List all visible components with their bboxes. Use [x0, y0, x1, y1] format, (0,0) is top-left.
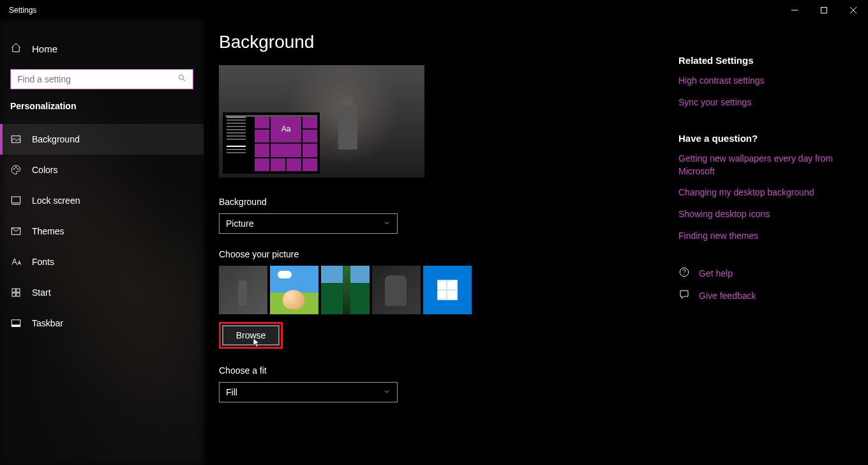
- minimize-button[interactable]: [780, 0, 809, 20]
- preview-sample-text: Aa: [271, 115, 301, 142]
- sidebar-item-label: Lock screen: [32, 195, 80, 206]
- svg-rect-13: [12, 289, 15, 292]
- svg-point-7: [13, 169, 15, 170]
- svg-point-4: [179, 75, 183, 79]
- window-title: Settings: [9, 6, 36, 15]
- picture-thumb-4[interactable]: [372, 266, 421, 314]
- browse-button[interactable]: Browse: [222, 325, 280, 346]
- sidebar-item-background[interactable]: Background: [0, 124, 204, 155]
- svg-rect-16: [17, 293, 20, 296]
- fit-label: Choose a fit: [219, 365, 678, 376]
- related-settings-heading: Related Settings: [678, 55, 857, 66]
- question-heading: Have a question?: [678, 133, 857, 144]
- sidebar-nav: Background Colors Lock screen Themes Fon…: [0, 124, 204, 339]
- background-dropdown-value: Picture: [226, 218, 254, 229]
- fit-dropdown-value: Fill: [226, 387, 237, 397]
- link-desktop-icons[interactable]: Showing desktop icons: [678, 208, 857, 221]
- palette-icon: [10, 164, 22, 176]
- svg-rect-15: [12, 293, 15, 296]
- search-input-wrapper[interactable]: [10, 69, 193, 89]
- link-change-bg[interactable]: Changing my desktop background: [678, 187, 857, 199]
- browse-highlight: Browse: [219, 322, 283, 349]
- help-icon: [678, 266, 690, 280]
- home-icon: [10, 42, 22, 56]
- fonts-icon: [10, 256, 22, 268]
- svg-rect-1: [821, 8, 827, 13]
- chevron-down-icon: [383, 218, 391, 229]
- svg-line-5: [183, 79, 186, 82]
- feedback-icon: [678, 289, 690, 302]
- svg-point-8: [15, 167, 17, 169]
- picture-thumb-3[interactable]: [321, 266, 370, 314]
- right-panel: Related Settings High contrast settings …: [678, 32, 857, 465]
- sidebar-item-colors[interactable]: Colors: [0, 155, 204, 185]
- themes-icon: [10, 225, 22, 237]
- sidebar-item-label: Colors: [32, 165, 57, 175]
- sidebar-section-label: Personalization: [0, 101, 204, 111]
- sidebar-item-label: Start: [32, 287, 51, 298]
- chevron-down-icon: [383, 387, 391, 397]
- sidebar-home-label: Home: [32, 43, 57, 54]
- sidebar-item-label: Fonts: [32, 257, 54, 267]
- start-icon: [10, 287, 22, 298]
- titlebar: Settings: [0, 0, 868, 20]
- sidebar-item-label: Background: [32, 134, 80, 144]
- link-high-contrast[interactable]: High contrast settings: [678, 75, 857, 88]
- picture-thumbnails: [219, 266, 678, 314]
- link-wallpapers[interactable]: Getting new wallpapers every day from Mi…: [678, 153, 857, 178]
- link-new-themes[interactable]: Finding new themes: [678, 230, 857, 243]
- window-buttons: [780, 0, 868, 20]
- get-help-link[interactable]: Get help: [678, 266, 857, 280]
- get-help-label: Get help: [699, 268, 733, 278]
- page-title: Background: [219, 32, 678, 52]
- sidebar-item-fonts[interactable]: Fonts: [0, 247, 204, 277]
- search-icon: [177, 73, 186, 85]
- link-sync-settings[interactable]: Sync your settings: [678, 96, 857, 109]
- lockscreen-icon: [10, 195, 22, 206]
- desktop-preview: Aa: [219, 65, 424, 178]
- sidebar-item-lockscreen[interactable]: Lock screen: [0, 185, 204, 216]
- taskbar-icon: [10, 317, 22, 329]
- main-content: Background Aa: [204, 20, 868, 465]
- sidebar-item-label: Themes: [32, 226, 64, 236]
- picture-icon: [10, 133, 22, 145]
- svg-rect-10: [11, 197, 20, 203]
- give-feedback-label: Give feedback: [699, 291, 756, 301]
- sidebar-item-taskbar[interactable]: Taskbar: [0, 308, 204, 339]
- picture-thumb-2[interactable]: [270, 266, 318, 314]
- search-input[interactable]: [17, 74, 177, 84]
- picture-thumb-1[interactable]: [219, 266, 267, 314]
- background-label: Background: [219, 197, 678, 207]
- sidebar-item-start[interactable]: Start: [0, 277, 204, 308]
- svg-rect-18: [11, 324, 20, 326]
- maximize-button[interactable]: [809, 0, 839, 20]
- sidebar-item-label: Taskbar: [32, 318, 63, 328]
- picture-thumb-5[interactable]: [423, 266, 472, 314]
- give-feedback-link[interactable]: Give feedback: [678, 289, 857, 302]
- cursor-icon: [253, 338, 260, 348]
- svg-point-9: [17, 169, 19, 170]
- sidebar-home[interactable]: Home: [0, 36, 204, 61]
- choose-picture-label: Choose your picture: [219, 249, 678, 259]
- sidebar-item-themes[interactable]: Themes: [0, 216, 204, 247]
- fit-dropdown[interactable]: Fill: [219, 382, 398, 402]
- background-dropdown[interactable]: Picture: [219, 213, 398, 234]
- close-button[interactable]: [839, 0, 868, 20]
- svg-rect-14: [17, 289, 20, 292]
- browse-button-label: Browse: [236, 330, 266, 340]
- sidebar: Home Personalization Background Colors L…: [0, 20, 204, 465]
